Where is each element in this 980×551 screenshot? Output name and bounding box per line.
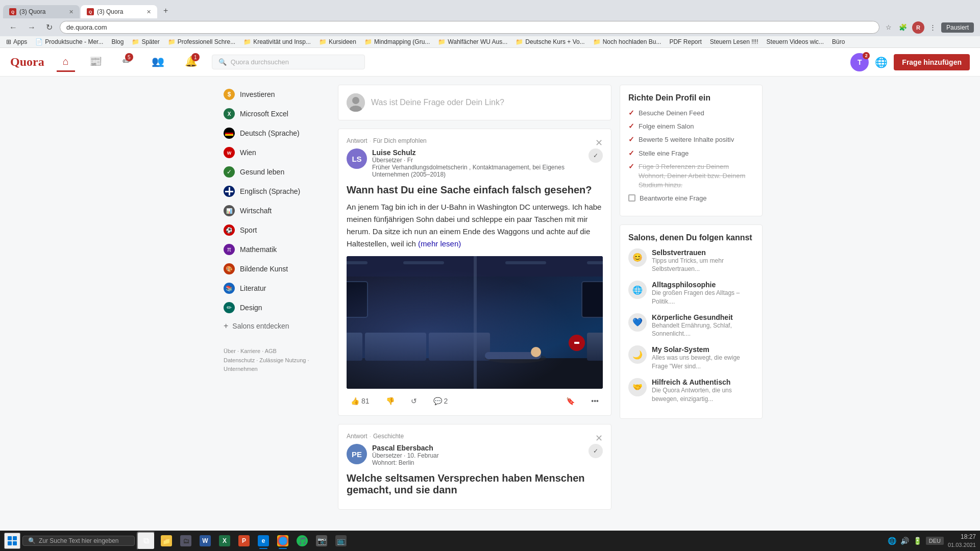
sidebar-item-literatur[interactable]: 📚 Literatur (217, 279, 330, 298)
footer-link-uber[interactable]: Über (224, 348, 236, 354)
salon-info-1: Alltagsphilosophie Die großen Fragen des… (652, 281, 754, 306)
downvote-button-1[interactable]: 👎 (382, 395, 399, 407)
bookmark-kursideen[interactable]: 📁 Kursideen (319, 38, 356, 45)
author-info-2: Pascal Ebersbach Übersetzer · 10. Februa… (372, 444, 583, 466)
profile-badge[interactable]: R (912, 21, 924, 34)
sidebar-label-sport: Sport (240, 226, 257, 234)
nav-bell[interactable]: 🔔 1 (179, 52, 204, 72)
comment-button-1[interactable]: 💬 2 (429, 395, 452, 407)
footer-link-datenschutz[interactable]: Datenschutz (224, 357, 255, 363)
svg-rect-42 (347, 261, 368, 264)
tab-1[interactable]: Q (3) Quora ✕ (3, 5, 80, 18)
paused-button[interactable]: Pausiert (941, 22, 974, 33)
answer-close-2[interactable]: ✕ (595, 433, 603, 444)
salon-name-4: Hilfreich & Authentisch (652, 378, 754, 386)
news-icon: 📰 (89, 55, 102, 67)
bookmark-professionell[interactable]: 📁 Professionell Schre... (168, 38, 235, 45)
bookmark-produktsuche[interactable]: 📄 Produktsuche - Mer... (35, 38, 103, 45)
bookmark-noch[interactable]: 📁 Noch hochladen Bu... (593, 38, 662, 45)
question-input-box[interactable]: Was ist Deine Frage oder Dein Link? (338, 85, 611, 120)
address-bar-row: ← → ↻ de.quora.com ☆ 🧩 R ⋮ Pausiert (0, 18, 980, 36)
svg-rect-44 (505, 261, 546, 264)
quora-logo[interactable]: Quora (10, 55, 44, 69)
reload-button[interactable]: ↻ (43, 20, 56, 34)
more-options[interactable]: ⋮ (927, 21, 938, 33)
bookmarks-bar: ⊞ Apps 📄 Produktsuche - Mer... Blog 📁 Sp… (0, 36, 980, 48)
bildende-kunst-icon: 🎨 (224, 263, 235, 274)
salon-name-2: Körperliche Gesundheit (652, 313, 754, 321)
sidebar-item-design[interactable]: ✏ Design (217, 298, 330, 317)
sidebar-item-mathematik[interactable]: π Mathematik (217, 240, 330, 259)
sidebar-item-gesund[interactable]: ✓ Gesund leben (217, 162, 330, 182)
answer-close-1[interactable]: ✕ (595, 137, 603, 148)
search-icon: 🔍 (218, 58, 227, 66)
salon-item-4[interactable]: 🤝 Hilfreich & Authentisch Die Quora Antw… (628, 378, 754, 404)
bookmark-kreativitat[interactable]: 📁 Kreativität und Insp... (243, 38, 311, 45)
bookmark-deutsche-kurs[interactable]: 📁 Deutsche Kurs + Vo... (516, 38, 584, 45)
profile-item-2: ✓ Bewerte 5 weitere Inhalte positiv (628, 135, 754, 144)
bookmark-apps[interactable]: ⊞ Apps (6, 38, 27, 45)
folder-icon-mind: 📁 (364, 38, 372, 45)
bookmark-mindmapping[interactable]: 📁 Mindmapping (Gru... (364, 38, 430, 45)
user-avatar[interactable]: T 2 (850, 53, 869, 71)
excel-icon: X (224, 108, 235, 119)
sidebar-item-sport[interactable]: ⚽ Sport (217, 220, 330, 240)
salon-item-2[interactable]: 💙 Körperliche Gesundheit Behandelt Ernäh… (628, 313, 754, 339)
svg-rect-47 (347, 282, 368, 317)
back-button[interactable]: ← (6, 21, 20, 34)
footer-link-nutzung[interactable]: Zulässige Nutzung (259, 357, 306, 363)
search-box[interactable]: 🔍 Quora durchsuchen (212, 55, 365, 69)
author-name-2[interactable]: Pascal Ebersbach (372, 444, 583, 452)
sidebar-item-investieren[interactable]: $ Investieren (217, 85, 330, 104)
salon-info-4: Hilfreich & Authentisch Die Quora Antwor… (652, 378, 754, 404)
sidebar-item-wirtschaft[interactable]: 📊 Wirtschaft (217, 201, 330, 220)
salon-item-1[interactable]: 🌐 Alltagsphilosophie Die großen Fragen d… (628, 281, 754, 306)
tab-close-2[interactable]: ✕ (146, 9, 151, 15)
more-button-1[interactable]: ••• (587, 395, 603, 407)
salon-item-3[interactable]: 🌙 My Solar-System Alles was uns bewegt, … (628, 345, 754, 371)
sidebar-item-excel[interactable]: X Microsoft Excel (217, 104, 330, 123)
bookmark-steuern-videos[interactable]: Steuern Videos wic... (767, 38, 824, 45)
checkbox-empty-5[interactable] (628, 194, 635, 202)
author-name-1[interactable]: Luise Schulz (372, 148, 583, 157)
avatar-badge: 2 (863, 52, 870, 59)
bookmark-blog[interactable]: Blog (111, 38, 124, 45)
read-more-1[interactable]: (mehr lesen) (418, 239, 461, 248)
extension-btn[interactable]: 🧩 (897, 21, 909, 33)
language-button[interactable]: 🌐 (875, 56, 888, 68)
new-tab-button[interactable]: + (158, 3, 173, 18)
nav-spaces[interactable]: 👥 (145, 52, 170, 72)
sidebar-item-deutsch[interactable]: Deutsch (Sprache) (217, 123, 330, 143)
bookmark-pdf[interactable]: PDF Report (669, 38, 701, 45)
folder-icon-prof: 📁 (168, 38, 176, 45)
nav-home[interactable]: ⌂ (57, 53, 75, 72)
salon-item-0[interactable]: 😊 Selbstvertrauen Tipps und Tricks, um m… (628, 248, 754, 274)
tab-2[interactable]: Q (3) Quora ✕ (81, 5, 157, 18)
nav-write[interactable]: ✏ 5 (116, 52, 137, 72)
footer-link-agb[interactable]: AGB (265, 348, 277, 354)
footer-link-karriere[interactable]: Karriere (240, 348, 260, 354)
upvote-button-1[interactable]: 👍 81 (347, 395, 374, 407)
bookmark-star[interactable]: ☆ (884, 21, 894, 33)
sidebar-item-english[interactable]: Englisch (Sprache) (217, 182, 330, 201)
profile-setup-title: Richte Dein Profil ein (628, 93, 754, 103)
sidebar-discover-salons[interactable]: + Salons entdecken (217, 317, 330, 335)
sidebar-footer: Über · Karriere · AGB Datenschutz · Zulä… (217, 343, 330, 378)
sidebar-label-english: Englisch (Sprache) (240, 187, 300, 195)
svg-text:X: X (228, 111, 231, 117)
tab-close-1[interactable]: ✕ (69, 9, 74, 15)
bookmark-spater[interactable]: 📁 Später (132, 38, 159, 45)
bookmark-wahlfacher[interactable]: 📁 Wahlfächer WU Aus... (438, 38, 507, 45)
sidebar-item-bildende-kunst[interactable]: 🎨 Bildende Kunst (217, 259, 330, 279)
add-question-button[interactable]: Frage hinzufügen (894, 54, 970, 70)
bookmark-button-1[interactable]: 🔖 (562, 395, 579, 407)
share-button-1[interactable]: ↺ (407, 395, 421, 407)
comment-icon: 💬 (433, 397, 442, 405)
bookmark-steuern-lesen[interactable]: Steuern Lesen !!!! (710, 38, 758, 45)
sidebar-item-wien[interactable]: W Wien (217, 143, 330, 162)
forward-button[interactable]: → (24, 21, 39, 34)
footer-link-unternehmen[interactable]: Unternehmen (224, 366, 258, 372)
nav-news[interactable]: 📰 (83, 52, 108, 72)
url-input[interactable]: de.quora.com (60, 21, 879, 34)
bookmark-buro[interactable]: Büro (832, 38, 845, 45)
